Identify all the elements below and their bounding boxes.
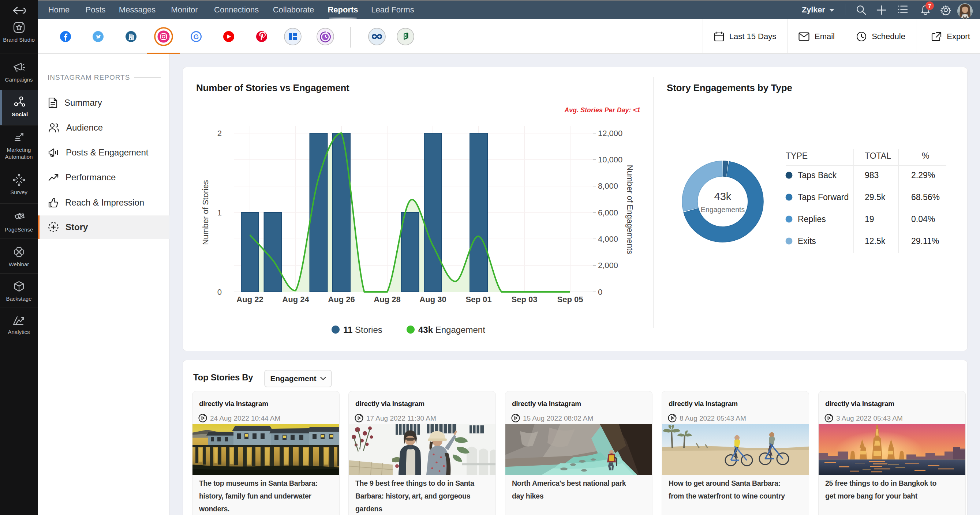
svg-text:G: G: [194, 33, 199, 41]
svg-text:Aug 24: Aug 24: [282, 295, 309, 304]
svg-text:Number of Engagements: Number of Engagements: [625, 165, 635, 254]
svg-text:2.29%: 2.29%: [911, 170, 935, 180]
svg-text:Story Engagements by Type: Story Engagements by Type: [667, 82, 792, 93]
svg-text:2: 2: [217, 129, 222, 138]
svg-text:2,000: 2,000: [598, 261, 618, 270]
svg-text:Number of Stories vs Engagemen: Number of Stories vs Engagement: [196, 82, 350, 93]
svg-text:1: 1: [217, 208, 222, 217]
svg-text:Aug 22: Aug 22: [236, 295, 263, 304]
svg-text:29.5k: 29.5k: [865, 192, 886, 202]
svg-text:43k Engagement: 43k Engagement: [418, 325, 485, 335]
svg-text:Aug 30: Aug 30: [419, 295, 446, 304]
svg-text:Sep 01: Sep 01: [466, 295, 492, 304]
svg-text:10,000: 10,000: [598, 155, 622, 164]
svg-text:Exits: Exits: [798, 236, 816, 246]
svg-text:Avg. Stories Per Day: <1: Avg. Stories Per Day: <1: [564, 106, 640, 114]
svg-text:0: 0: [598, 288, 602, 297]
svg-text:0: 0: [217, 288, 222, 297]
svg-text:Sep 03: Sep 03: [512, 295, 538, 304]
svg-text:Taps Forward: Taps Forward: [798, 192, 849, 202]
svg-text:%: %: [922, 151, 929, 161]
svg-text:Number of Stories: Number of Stories: [201, 180, 210, 245]
svg-text:TYPE: TYPE: [786, 151, 808, 161]
svg-text:19: 19: [865, 215, 874, 224]
svg-text:Aug 28: Aug 28: [374, 295, 400, 304]
svg-text:29.11%: 29.11%: [911, 236, 939, 246]
svg-text:12.5k: 12.5k: [865, 236, 886, 246]
svg-text:Engagements: Engagements: [701, 205, 745, 214]
svg-text:Sep 05: Sep 05: [557, 295, 583, 304]
svg-text:8,000: 8,000: [598, 181, 618, 191]
svg-text:4,000: 4,000: [598, 234, 618, 243]
svg-text:68.56%: 68.56%: [911, 192, 940, 202]
svg-text:Replies: Replies: [798, 215, 826, 224]
svg-text:983: 983: [865, 170, 879, 180]
svg-text:12,000: 12,000: [598, 129, 622, 138]
svg-text:Aug 26: Aug 26: [328, 295, 355, 304]
svg-text:11 Stories: 11 Stories: [343, 325, 382, 335]
svg-text:0.04%: 0.04%: [911, 215, 935, 224]
svg-text:43k: 43k: [714, 191, 732, 202]
svg-text:Taps Back: Taps Back: [798, 170, 837, 180]
svg-text:TOTAL: TOTAL: [865, 151, 891, 161]
svg-text:6,000: 6,000: [598, 208, 618, 217]
